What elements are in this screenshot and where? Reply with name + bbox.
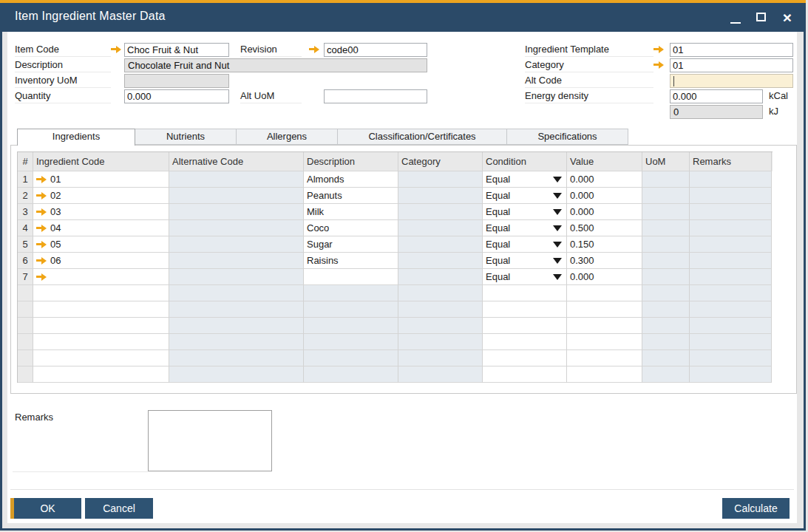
- uom-cell: [642, 318, 690, 334]
- link-arrow-icon[interactable]: [111, 46, 121, 52]
- alt-uom-label: Alt UoM: [240, 89, 302, 103]
- condition-dropdown[interactable]: Equal: [483, 220, 567, 236]
- row-number-cell[interactable]: 4: [18, 220, 33, 236]
- tab-specifications[interactable]: Specifications: [506, 129, 628, 145]
- description-cell[interactable]: Coco: [304, 220, 398, 236]
- ingredient-code-cell[interactable]: 01: [33, 171, 169, 188]
- chevron-down-icon[interactable]: [553, 225, 562, 231]
- row-number-cell[interactable]: 3: [18, 204, 33, 220]
- row-number-cell[interactable]: 5: [18, 236, 33, 253]
- condition-dropdown[interactable]: Equal: [483, 253, 567, 269]
- value-cell[interactable]: 0.500: [567, 220, 642, 236]
- ingredient-code-cell[interactable]: 03: [33, 204, 169, 220]
- minimize-icon[interactable]: [729, 10, 742, 26]
- tab-ingredients[interactable]: Ingredients: [17, 129, 135, 146]
- row-number-cell[interactable]: [18, 366, 33, 383]
- link-arrow-icon[interactable]: [36, 208, 47, 215]
- ingredient-code-cell[interactable]: [33, 269, 169, 285]
- row-number-cell[interactable]: [18, 350, 33, 366]
- ingredient-code-cell[interactable]: [33, 334, 169, 350]
- ingredient-code-cell[interactable]: 04: [33, 220, 169, 236]
- ingredient-code-cell[interactable]: 06: [33, 253, 169, 269]
- condition-dropdown[interactable]: Equal: [483, 204, 567, 220]
- value-cell[interactable]: [567, 366, 642, 383]
- row-number-cell[interactable]: [18, 285, 33, 301]
- remarks-textarea[interactable]: [148, 410, 272, 471]
- condition-cell[interactable]: [483, 366, 567, 383]
- row-number-cell[interactable]: 7: [18, 269, 33, 285]
- link-arrow-icon[interactable]: [36, 225, 47, 231]
- row-number-cell[interactable]: [18, 318, 33, 334]
- link-arrow-icon[interactable]: [36, 176, 47, 183]
- category-input[interactable]: [670, 58, 793, 72]
- item-code-input[interactable]: [124, 43, 229, 57]
- link-arrow-icon[interactable]: [36, 241, 47, 248]
- value-cell[interactable]: [567, 334, 642, 350]
- value-cell[interactable]: 0.300: [567, 253, 642, 269]
- value-cell[interactable]: [567, 285, 642, 301]
- row-number-cell[interactable]: 6: [18, 253, 33, 269]
- chevron-down-icon[interactable]: [553, 258, 562, 264]
- row-number-cell[interactable]: 1: [18, 171, 33, 188]
- condition-dropdown[interactable]: Equal: [483, 188, 567, 204]
- cancel-button[interactable]: Cancel: [85, 498, 153, 519]
- quantity-input[interactable]: [124, 89, 229, 103]
- chevron-down-icon[interactable]: [553, 209, 562, 215]
- link-arrow-icon[interactable]: [36, 192, 47, 199]
- close-icon[interactable]: ×: [781, 10, 794, 26]
- description-cell[interactable]: Sugar: [304, 236, 398, 253]
- condition-cell[interactable]: [483, 301, 567, 318]
- calculate-button[interactable]: Calculate: [722, 498, 790, 519]
- description-cell[interactable]: [304, 269, 398, 285]
- condition-cell[interactable]: [483, 350, 567, 366]
- value-cell[interactable]: 0.000: [567, 269, 642, 285]
- ok-button[interactable]: OK: [10, 498, 81, 519]
- condition-dropdown[interactable]: Equal: [483, 269, 567, 285]
- ingredient-code-cell[interactable]: 05: [33, 236, 169, 253]
- value-cell[interactable]: [567, 318, 642, 334]
- link-arrow-icon[interactable]: [653, 46, 664, 52]
- condition-cell[interactable]: [483, 285, 567, 301]
- condition-dropdown[interactable]: Equal: [483, 171, 567, 188]
- row-number-cell[interactable]: [18, 301, 33, 318]
- tab-nutrients[interactable]: Nutrients: [135, 129, 237, 145]
- alt-uom-input[interactable]: [324, 89, 427, 103]
- condition-cell[interactable]: [483, 334, 567, 350]
- tab-classification-certificates[interactable]: Classification/Certificates: [337, 129, 507, 145]
- condition-cell[interactable]: [483, 318, 567, 334]
- description-cell[interactable]: Milk: [304, 204, 398, 220]
- value-cell[interactable]: 0.150: [567, 236, 642, 253]
- alt-code-input[interactable]: [670, 74, 793, 88]
- row-number-cell[interactable]: 2: [18, 188, 33, 204]
- condition-dropdown[interactable]: Equal: [483, 236, 567, 253]
- value-cell[interactable]: 0.000: [567, 204, 642, 220]
- link-arrow-icon[interactable]: [36, 257, 47, 264]
- alternative-code-cell: [169, 236, 304, 253]
- energy-density-input[interactable]: [670, 89, 763, 103]
- ingredient-code-cell[interactable]: [33, 318, 169, 334]
- value-cell[interactable]: [567, 301, 642, 318]
- description-cell[interactable]: Almonds: [304, 171, 398, 188]
- chevron-down-icon[interactable]: [553, 274, 562, 280]
- ingredient-template-input[interactable]: [670, 43, 793, 57]
- link-arrow-icon[interactable]: [653, 61, 664, 68]
- row-number-cell[interactable]: [18, 334, 33, 350]
- maximize-icon[interactable]: [755, 10, 768, 26]
- link-arrow-icon[interactable]: [36, 273, 47, 280]
- ingredient-code-cell[interactable]: [33, 301, 169, 318]
- chevron-down-icon[interactable]: [553, 193, 562, 199]
- ingredient-code-cell[interactable]: [33, 285, 169, 301]
- link-arrow-icon[interactable]: [309, 46, 319, 52]
- description-cell[interactable]: Raisins: [304, 253, 398, 269]
- value-cell[interactable]: 0.000: [567, 188, 642, 204]
- revision-input[interactable]: [324, 43, 427, 57]
- description-cell[interactable]: Peanuts: [304, 188, 398, 204]
- chevron-down-icon[interactable]: [553, 177, 562, 183]
- tab-allergens[interactable]: Allergens: [236, 129, 338, 145]
- value-cell[interactable]: [567, 350, 642, 366]
- ingredient-code-cell[interactable]: [33, 366, 169, 383]
- value-cell[interactable]: 0.000: [567, 171, 642, 188]
- ingredient-code-cell[interactable]: [33, 350, 169, 366]
- ingredient-code-cell[interactable]: 02: [33, 188, 169, 204]
- chevron-down-icon[interactable]: [553, 242, 562, 248]
